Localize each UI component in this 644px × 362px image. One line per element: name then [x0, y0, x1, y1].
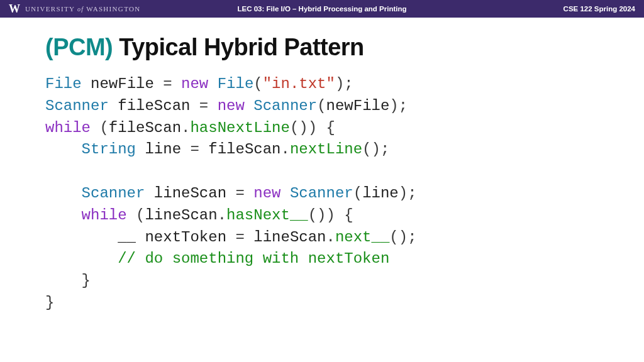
course-term: CSE 122 Spring 2024: [564, 5, 635, 13]
slide-content: (PCM) Typical Hybrid Pattern File newFil…: [0, 18, 644, 314]
uw-logo-icon: W: [9, 3, 20, 16]
slide-header: W UNIVERSITY of WASHINGTON LEC 03: File …: [0, 0, 644, 18]
slide-title: (PCM) Typical Hybrid Pattern: [45, 34, 599, 61]
title-text: Typical Hybrid Pattern: [113, 34, 364, 60]
lecture-title: LEC 03: File I/O – Hybrid Processing and…: [237, 5, 406, 13]
code-block: File newFile = new File("in.txt"); Scann…: [45, 74, 599, 314]
title-prefix: (PCM): [45, 34, 113, 60]
university-name: UNIVERSITY of WASHINGTON: [25, 5, 141, 13]
header-left: W UNIVERSITY of WASHINGTON: [9, 3, 141, 16]
